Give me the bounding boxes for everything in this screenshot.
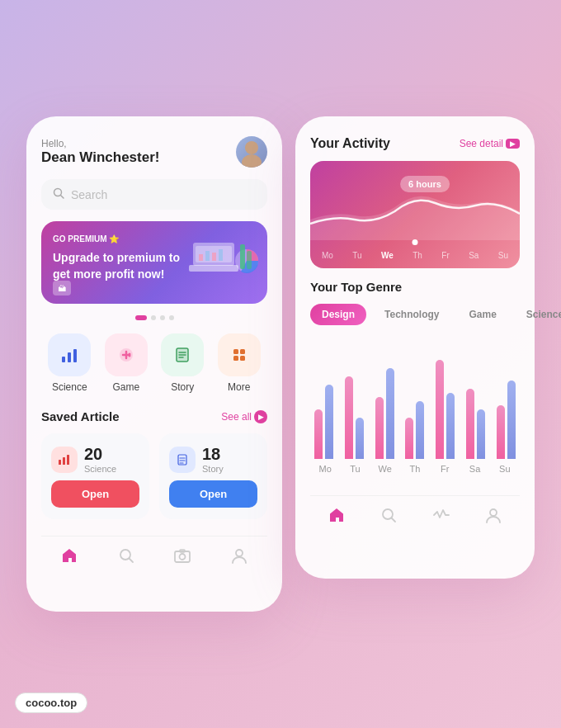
see-detail-badge: ▶ <box>506 139 520 149</box>
svg-point-39 <box>180 554 186 560</box>
svg-rect-28 <box>240 356 245 361</box>
bar-label-mo: Mo <box>314 464 337 474</box>
genre-tab-technology[interactable]: Technology <box>373 304 450 325</box>
promo-banner: GO PREMIUM ⭐ Upgrade to premium to get m… <box>41 221 267 304</box>
genre-tab-science[interactable]: Science <box>515 304 561 325</box>
wave-days: Mo Tu We Th Fr Sa Su <box>322 251 508 260</box>
story-icon-box <box>161 333 204 376</box>
bar-days-row: Mo Tu We Th Fr Sa Su <box>310 464 520 474</box>
activity-header: Your Activity See detail ▶ <box>310 136 520 151</box>
svg-rect-29 <box>59 460 61 465</box>
bar-fr-pink <box>436 360 444 459</box>
science-label: Science <box>52 381 87 393</box>
wave-day-mo: Mo <box>322 251 333 260</box>
bar-group-we <box>375 368 394 459</box>
user-name: Dean Winchester! <box>41 149 159 166</box>
svg-line-3 <box>61 196 64 199</box>
science-type: Science <box>84 464 116 474</box>
svg-line-43 <box>392 518 396 522</box>
science-open-button[interactable]: Open <box>51 480 139 508</box>
hello-label: Hello, <box>41 138 159 149</box>
nav-activity-right[interactable] <box>432 506 450 528</box>
science-icon-box <box>48 333 91 376</box>
story-count: 18 <box>202 445 224 464</box>
category-more[interactable]: More <box>218 333 261 393</box>
categories: Science Game <box>41 333 267 393</box>
bar-group-th <box>405 401 424 459</box>
bar-group-su <box>497 381 516 459</box>
genre-tab-game[interactable]: Game <box>457 304 507 325</box>
right-phone: Your Activity See detail ▶ 6 hours Mo Tu… <box>295 116 535 579</box>
search-placeholder: Search <box>71 188 107 201</box>
nav-profile-left[interactable] <box>230 546 248 569</box>
svg-rect-7 <box>199 254 203 261</box>
svg-rect-16 <box>73 349 77 362</box>
wave-day-su: Su <box>498 251 508 260</box>
search-bar[interactable]: Search <box>41 179 267 210</box>
dot-1 <box>135 315 147 320</box>
bars-container <box>310 343 520 459</box>
saved-card-science: 20 Science Open <box>41 433 149 519</box>
nav-profile-right[interactable] <box>484 506 502 528</box>
see-detail-link[interactable]: See detail ▶ <box>460 138 520 149</box>
see-detail-text: See detail <box>460 138 503 149</box>
category-game[interactable]: Game <box>105 333 148 393</box>
genre-tab-design[interactable]: Design <box>310 304 366 325</box>
story-open-button[interactable]: Open <box>169 480 257 508</box>
bar-group-mo <box>314 385 333 459</box>
bar-chart: Mo Tu We Th Fr Sa Su <box>310 337 520 487</box>
bar-label-we: We <box>374 464 397 474</box>
nav-search-right[interactable] <box>380 506 398 528</box>
genre-title: Your Top Genre <box>310 280 520 294</box>
bar-th-blue <box>416 401 424 459</box>
dot-4 <box>169 315 174 320</box>
bar-th-pink <box>405 418 413 459</box>
category-science[interactable]: Science <box>48 333 91 393</box>
nav-search-left[interactable] <box>117 546 135 569</box>
nav-home-left[interactable] <box>60 546 78 569</box>
see-all-text: See all <box>221 411 252 423</box>
banner-illustration <box>181 228 263 294</box>
bar-we-pink <box>375 397 384 459</box>
svg-rect-30 <box>63 457 65 465</box>
bar-su-pink <box>497 405 505 459</box>
story-label: Story <box>171 381 194 393</box>
svg-rect-4 <box>189 265 238 272</box>
more-icon-box <box>218 333 261 376</box>
saved-article-header: Saved Article See all ▶ <box>41 409 267 423</box>
more-label: More <box>228 381 250 393</box>
nav-camera-left[interactable] <box>173 546 191 569</box>
banner-title: Upgrade to premium to get more profit no… <box>53 250 185 282</box>
search-icon <box>53 187 64 201</box>
svg-point-1 <box>242 154 262 168</box>
category-story[interactable]: Story <box>161 333 204 393</box>
dot-2 <box>151 315 156 320</box>
science-saved-icon <box>51 447 78 473</box>
avatar <box>236 136 267 168</box>
activity-title: Your Activity <box>310 136 390 151</box>
saved-card-story: 18 Story Open <box>159 433 267 519</box>
saved-card-science-top: 20 Science <box>51 445 116 474</box>
bar-we-blue <box>386 368 394 459</box>
svg-rect-15 <box>68 352 71 362</box>
svg-rect-13 <box>247 251 252 269</box>
wave-tooltip: 6 hours <box>400 176 450 192</box>
left-bottom-nav <box>41 536 267 569</box>
nav-home-right[interactable] <box>328 506 346 528</box>
svg-rect-12 <box>240 244 245 269</box>
wave-day-fr: Fr <box>441 251 449 260</box>
svg-rect-8 <box>205 251 210 261</box>
bar-group-sa <box>466 389 485 459</box>
see-all-link[interactable]: See all ▶ <box>221 410 267 423</box>
bar-tu-pink <box>345 376 353 459</box>
science-count-group: 20 Science <box>84 445 116 474</box>
bar-label-su: Su <box>493 464 516 474</box>
left-phone: Hello, Dean Winchester! Search GO <box>26 116 282 612</box>
genre-tabs: Design Technology Game Science <box>310 304 520 325</box>
svg-point-0 <box>245 141 258 154</box>
banner-photo-icon: 🏔 <box>53 281 71 295</box>
svg-rect-10 <box>219 249 223 261</box>
bar-group-tu <box>345 376 364 459</box>
svg-line-37 <box>129 559 133 563</box>
saved-cards: 20 Science Open <box>41 433 267 519</box>
